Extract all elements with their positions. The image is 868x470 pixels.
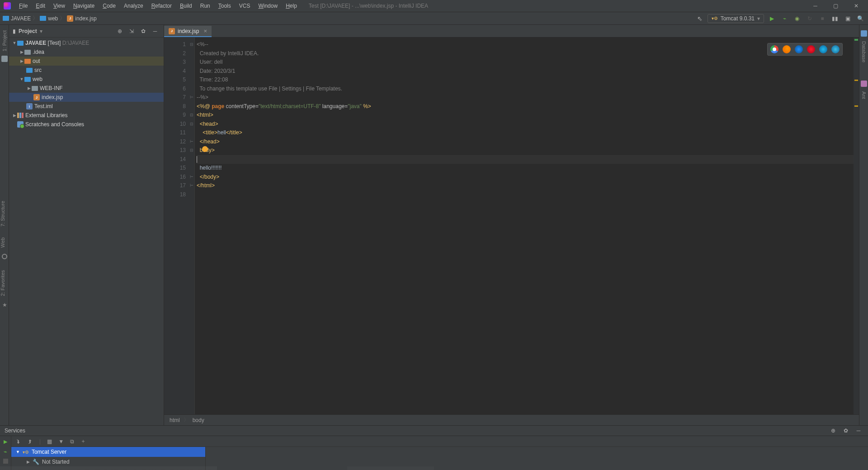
locate-button[interactable]: ⊕ [115,26,125,36]
tab-project[interactable]: 1: Project [2,28,7,53]
tree-root-path: D:\JAVAEE [62,40,90,46]
tree-idea[interactable]: ▶.idea [9,47,164,57]
services-header: Services ⊕ ✿ ─ [0,425,868,436]
coverage-button[interactable]: ◉ [792,14,802,24]
menu-refactor[interactable]: Refactor [148,1,175,10]
intention-bulb-icon[interactable] [202,146,208,152]
error-stripe[interactable] [854,38,859,414]
expand-button[interactable]: ⇲ [127,26,137,36]
iml-icon: i [26,103,33,109]
breadcrumb-web[interactable]: web [40,15,58,22]
minimize-button[interactable]: ─ [805,0,826,12]
filter-icon[interactable]: ▼ [58,438,64,445]
code-content[interactable]: <%-- Created by IntelliJ IDEA. User: del… [195,38,854,414]
run-button[interactable]: ▶ [767,14,777,24]
layout-icon[interactable]: ⧉ [70,438,74,445]
main-area: 1: Project ▮ Project ▾ ⊕ ⇲ ✿ ─ ▼JAVAEE [… [0,25,868,425]
locate-button[interactable]: ⊕ [828,426,838,436]
tree-iml[interactable]: iTest.iml [9,102,164,111]
stop-button[interactable]: ■ [817,14,827,24]
tab-favorites[interactable]: 2: Favorites [0,268,5,298]
tree-external-libs[interactable]: ▶External Libraries [9,111,164,120]
tree-indexjsp[interactable]: Jindex.jsp [9,93,164,102]
close-button[interactable]: ✕ [846,0,866,12]
services-row-tomcat[interactable]: ▼ ▾⚙ Tomcat Server [11,447,205,457]
editor-tab-indexjsp[interactable]: J index.jsp × [164,26,212,37]
settings-icon[interactable]: ✿ [841,426,851,436]
window-title: Test [D:\JAVAEE] - ...\web\index.jsp - I… [309,3,428,9]
services-tomcat-label: Tomcat Server [32,449,66,455]
database-icon[interactable] [861,30,867,37]
firefox-icon[interactable] [783,45,791,53]
menu-navigate[interactable]: Navigate [70,1,98,10]
folder-icon[interactable] [1,56,8,62]
breadcrumb-file[interactable]: Jindex.jsp [67,15,96,22]
add-icon[interactable]: ＋ [80,437,86,445]
opera-icon[interactable] [807,45,815,53]
warning-mark[interactable] [854,80,858,81]
tab-database[interactable]: Database [861,39,867,64]
folder-icon [26,68,33,73]
editor-body[interactable]: 123456789101112131415161718 ⊟⊢⊟⊟⊢⊟⊢⊢ <%-… [164,38,859,414]
profile-button[interactable]: ↻ [805,14,815,24]
menu-file[interactable]: File [15,1,31,10]
tab-web[interactable]: Web [0,236,5,249]
menu-view[interactable]: View [50,1,69,10]
menu-tools[interactable]: Tools [215,1,235,10]
right-tool-strip: Database Ant [859,25,868,425]
build-button[interactable]: ⇖ [695,14,705,24]
jsp-icon: J [67,15,73,22]
run-config-selector[interactable]: ▾⚙ Tomcat 9.0.31 ▾ [708,14,764,23]
settings-icon[interactable]: ✿ [138,26,148,36]
tree-indexjsp-label: index.jsp [42,94,63,100]
menu-window[interactable]: Window [255,1,281,10]
menu-analyze[interactable]: Analyze [120,1,147,10]
menu-edit[interactable]: Edit [32,1,49,10]
collapse-all-icon[interactable]: ⮭ [28,438,33,445]
edge-icon[interactable] [831,45,840,53]
menu-vcs[interactable]: VCS [236,1,254,10]
tree-root[interactable]: ▼JAVAEE [Test] D:\JAVAEE [9,38,164,47]
menu-build[interactable]: Build [176,1,196,10]
group-icon[interactable]: ▦ [47,438,52,445]
tree-out[interactable]: ▶out [9,57,164,66]
chevron-down-icon[interactable]: ▾ [40,28,42,34]
tab-ant[interactable]: Ant [861,90,867,101]
debug-button[interactable]: ⌁ [4,448,7,455]
services-panel: ▶ ⌁ ⮯ ⮭ | ▦ ▼ ⧉ ＋ ▼ ▾⚙ Tomcat Server ▶ [0,436,868,470]
maximize-button[interactable]: ▢ [826,0,846,12]
chrome-icon[interactable] [770,45,778,53]
ie-icon[interactable] [819,45,827,53]
tree-scratches[interactable]: Scratches and Consoles [9,120,164,129]
project-structure-button[interactable]: ▮▮ [830,14,840,24]
menu-code[interactable]: Code [99,1,119,10]
expand-all-icon[interactable]: ⮯ [16,438,21,445]
tree-src[interactable]: src [9,66,164,75]
navigation-bar: JAVAEE 〉 web 〉 Jindex.jsp ⇖ ▾⚙ Tomcat 9.… [0,12,868,25]
services-title: Services [5,427,25,434]
stop-button[interactable] [3,459,8,464]
safari-icon[interactable] [795,45,803,53]
fold-gutter: ⊟⊢⊟⊟⊢⊟⊢⊢ [189,38,195,414]
tree-web[interactable]: ▼web [9,75,164,84]
breadcrumb-root[interactable]: JAVAEE [3,15,31,22]
warning-mark[interactable] [854,105,858,107]
editor-breadcrumb: html 〉 body [164,414,859,425]
debug-button[interactable]: ⌁ [779,14,789,24]
menu-run[interactable]: Run [197,1,214,10]
hide-button[interactable]: ─ [854,426,863,436]
bc-html[interactable]: html [170,417,180,423]
ant-icon[interactable] [861,81,867,87]
project-tool-window: ▮ Project ▾ ⊕ ⇲ ✿ ─ ▼JAVAEE [Test] D:\JA… [9,25,164,425]
bc-body[interactable]: body [193,417,204,423]
run-button[interactable]: ▶ [4,439,7,445]
settings-button[interactable]: ▣ [843,14,853,24]
tree-webinf[interactable]: ▶WEB-INF [9,84,164,93]
menu-help[interactable]: Help [282,1,301,10]
editor-tabs: J index.jsp × [164,25,859,38]
close-tab-icon[interactable]: × [203,28,207,34]
hide-button[interactable]: ─ [150,26,160,36]
services-row-notstarted[interactable]: ▶ 🔧 Not Started [11,457,205,467]
tab-structure[interactable]: 7: Structure [0,199,5,228]
search-button[interactable]: 🔍 [855,14,865,24]
